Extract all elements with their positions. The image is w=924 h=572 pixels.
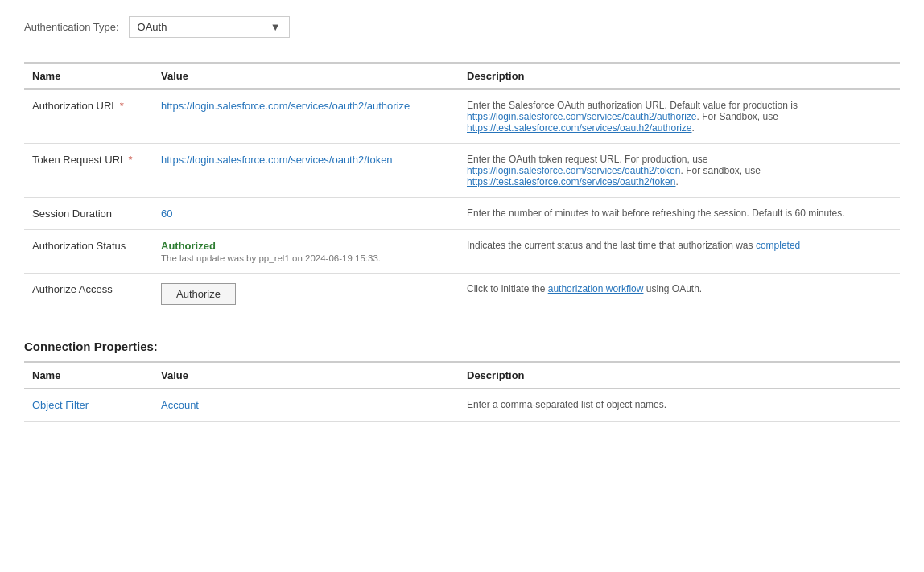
row-name-token-url: Token Request URL * — [24, 144, 153, 198]
token-url-desc-text2: . For sandbox, use — [680, 165, 760, 176]
table-row: Object Filter Account Enter a comma-sepa… — [24, 389, 900, 422]
required-indicator: * — [120, 100, 124, 112]
connection-properties-table: Name Value Description Object Filter Acc… — [24, 361, 900, 422]
auth-type-label: Authentication Type: — [24, 21, 119, 33]
authorize-access-desc-text1: Click to initiate the — [467, 283, 548, 294]
session-desc-text2: Default is 60 minutes. — [752, 208, 844, 219]
session-desc-text1: Enter the number of minutes to wait befo… — [467, 208, 752, 219]
table-row: Authorization Status Authorized The last… — [24, 230, 900, 274]
auth-url-desc-text3: . — [691, 122, 694, 134]
connection-properties-title: Connection Properties: — [24, 339, 900, 353]
col-header-description: Description — [459, 63, 900, 89]
auth-url-desc-link1[interactable]: https://login.salesforce.com/services/oa… — [467, 111, 696, 122]
conn-col-header-description: Description — [459, 362, 900, 389]
row-value-token-url: https://login.salesforce.com/services/oa… — [153, 144, 459, 198]
token-url-link[interactable]: https://login.salesforce.com/services/oa… — [161, 154, 393, 166]
auth-type-select[interactable]: OAuth ▼ — [129, 16, 290, 38]
col-header-name: Name — [24, 63, 153, 89]
conn-row-desc-object-filter: Enter a comma-separated list of object n… — [459, 389, 900, 422]
token-url-desc-link1[interactable]: https://login.salesforce.com/services/oa… — [467, 165, 680, 176]
connection-table-header-row: Name Value Description — [24, 362, 900, 389]
row-desc-session: Enter the number of minutes to wait befo… — [459, 198, 900, 230]
row-desc-authorize-access: Click to initiate the authorization work… — [459, 274, 900, 315]
auth-type-value: OAuth — [138, 21, 167, 33]
table-row: Authorization URL * https://login.salesf… — [24, 89, 900, 144]
table-header-row: Name Value Description — [24, 63, 900, 89]
token-url-desc-link2[interactable]: https://test.salesforce.com/services/oau… — [467, 176, 675, 187]
conn-col-header-value: Value — [153, 362, 459, 389]
table-row: Token Request URL * https://login.salesf… — [24, 144, 900, 198]
conn-row-value-object-filter: Account — [153, 389, 459, 422]
auth-url-desc-text: Enter the Salesforce OAuth authorization… — [467, 100, 798, 111]
authorize-access-desc-link[interactable]: authorization workflow — [548, 283, 644, 294]
row-name-session: Session Duration — [24, 198, 153, 230]
row-desc-auth-url: Enter the Salesforce OAuth authorization… — [459, 89, 900, 144]
col-header-value: Value — [153, 63, 459, 89]
token-url-desc-text1: Enter the OAuth token request URL. For p… — [467, 154, 708, 165]
authorize-access-desc-text2: using OAuth. — [643, 283, 702, 294]
conn-row-name-object-filter: Object Filter — [24, 389, 153, 422]
row-value-session: 60 — [153, 198, 459, 230]
auth-status-desc-completed: completed — [756, 240, 800, 251]
auth-status-primary: Authorized — [161, 240, 451, 252]
row-value-authorize-access: Authorize — [153, 274, 459, 315]
row-desc-auth-status: Indicates the current status and the las… — [459, 230, 900, 274]
chevron-down-icon: ▼ — [270, 21, 281, 33]
auth-url-desc-link2[interactable]: https://test.salesforce.com/services/oau… — [467, 122, 691, 134]
object-filter-link[interactable]: Object Filter — [32, 399, 89, 411]
auth-type-row: Authentication Type: OAuth ▼ — [24, 16, 900, 38]
conn-col-header-name: Name — [24, 362, 153, 389]
token-url-desc-text3: . — [675, 176, 678, 187]
table-row: Session Duration 60 Enter the number of … — [24, 198, 900, 230]
auth-status-secondary: The last update was by pp_rel1 on 2024-0… — [161, 253, 451, 263]
required-indicator: * — [128, 154, 132, 166]
auth-url-desc-text2: . For Sandbox, use — [696, 111, 778, 122]
row-value-auth-status: Authorized The last update was by pp_rel… — [153, 230, 459, 274]
auth-status-desc-text1: Indicates the current status and the las… — [467, 240, 756, 251]
authorize-button[interactable]: Authorize — [161, 283, 236, 305]
table-row: Authorize Access Authorize Click to init… — [24, 274, 900, 315]
row-value-auth-url: https://login.salesforce.com/services/oa… — [153, 89, 459, 144]
row-desc-token-url: Enter the OAuth token request URL. For p… — [459, 144, 900, 198]
auth-url-link[interactable]: https://login.salesforce.com/services/oa… — [161, 100, 410, 112]
row-name-authorize-access: Authorize Access — [24, 274, 153, 315]
main-settings-table: Name Value Description Authorization URL… — [24, 62, 900, 315]
row-name-auth-status: Authorization Status — [24, 230, 153, 274]
row-name-auth-url: Authorization URL * — [24, 89, 153, 144]
